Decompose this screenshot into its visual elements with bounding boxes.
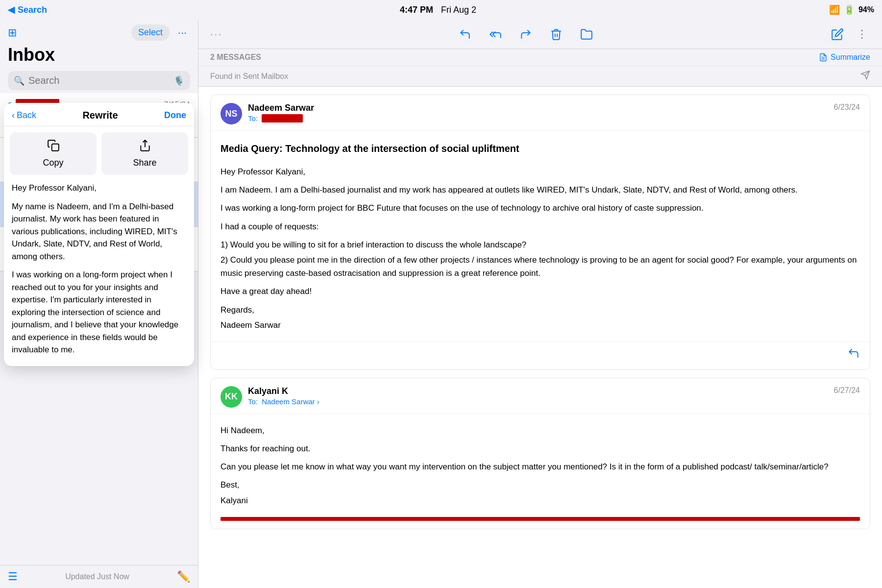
- send-icon: [860, 70, 870, 82]
- svg-point-3: [861, 33, 862, 35]
- avatar-kk: KK: [220, 386, 242, 408]
- copy-icon: [47, 139, 60, 155]
- email-card-1-header: NS Nadeem Sarwar 6/23/24 To:: [211, 95, 870, 131]
- share-icon: [139, 139, 151, 155]
- overflow-button[interactable]: [854, 26, 870, 43]
- email-body-2: Hi Nadeem, Thanks for reaching out. Can …: [211, 414, 870, 517]
- inbox-title: Inbox: [8, 45, 55, 65]
- battery-icon: 🔋: [844, 4, 855, 15]
- copy-button[interactable]: Copy: [10, 132, 97, 175]
- email-to-2: To: Nadeem Sarwar ›: [248, 397, 860, 406]
- email-body-1: Media Query: Technology at the intersect…: [211, 131, 870, 342]
- back-arrow-icon[interactable]: ◀: [8, 4, 15, 15]
- found-mailbox-bar: Found in Sent Mailbox: [198, 66, 882, 87]
- toolbar-left: ···: [210, 28, 223, 40]
- status-date: Fri Aug 2: [441, 5, 476, 15]
- share-button[interactable]: Share: [101, 132, 188, 175]
- battery-percent: 94%: [858, 5, 874, 14]
- found-mailbox-label: Found in Sent Mailbox: [210, 72, 288, 81]
- sidebar-toggle-icon[interactable]: ⊞: [8, 26, 17, 39]
- email-detail-panel: ···: [198, 20, 882, 588]
- forward-button[interactable]: [517, 26, 534, 43]
- inbox-title-row: Inbox: [0, 45, 198, 68]
- svg-rect-0: [51, 144, 58, 151]
- rewrite-actions: Copy Share: [4, 126, 194, 175]
- to-name-2[interactable]: Nadeem Sarwar: [262, 397, 315, 406]
- email-date-2: 6/27/24: [834, 386, 860, 395]
- summarize-button[interactable]: Summarize: [819, 53, 870, 62]
- status-search-label[interactable]: Search: [18, 5, 47, 15]
- search-bar[interactable]: 🔍 🎙️: [8, 71, 190, 90]
- messages-count: 2 MESSAGES: [210, 53, 261, 62]
- email-toolbar: ···: [198, 20, 882, 49]
- avatar-ns: NS: [220, 103, 242, 124]
- compose-button[interactable]: [829, 26, 846, 43]
- rewrite-title: Rewrite: [82, 110, 118, 121]
- wifi-icon: 📶: [829, 4, 840, 15]
- dots-menu-icon: ···: [210, 28, 223, 40]
- chevron-left-icon: ‹: [12, 110, 15, 121]
- email-card-2: KK Kalyani K 6/27/24 To: Nadeem Sarwar ›: [210, 378, 870, 529]
- rewrite-header: ‹ Back Rewrite Done: [4, 103, 194, 126]
- inbox-panel: ⊞ Select ··· Inbox 🔍 🎙️ HH: [0, 20, 198, 588]
- summarize-label: Summarize: [831, 53, 870, 62]
- redacted-bar: [220, 517, 860, 521]
- sender-name-2: Kalyani K: [248, 386, 288, 396]
- email-thread: NS Nadeem Sarwar 6/23/24 To: Media Quer: [198, 87, 882, 588]
- status-left: ◀ Search: [8, 4, 47, 15]
- reply-button[interactable]: [457, 26, 473, 43]
- svg-point-2: [861, 29, 862, 31]
- toolbar-right: [829, 26, 870, 43]
- email-subject-1: Media Query: Technology at the intersect…: [220, 141, 860, 156]
- inbox-header: ⊞ Select ···: [0, 20, 198, 45]
- email-meta-1: Nadeem Sarwar 6/23/24 To:: [248, 103, 860, 122]
- more-button[interactable]: ···: [174, 25, 190, 41]
- email-reply-area: [211, 342, 870, 369]
- trash-button[interactable]: [548, 26, 564, 43]
- mic-icon[interactable]: 🎙️: [173, 75, 184, 86]
- rewrite-popup: ‹ Back Rewrite Done Copy: [4, 103, 194, 366]
- folder-button[interactable]: [578, 26, 595, 43]
- reply-all-button[interactable]: [487, 26, 504, 43]
- reply-icon[interactable]: [847, 347, 860, 363]
- email-to-1: To:: [248, 114, 860, 122]
- status-bar: ◀ Search 4:47 PM Fri Aug 2 📶 🔋 94%: [0, 0, 882, 20]
- status-time: 4:47 PM: [400, 5, 433, 15]
- to-redacted: [262, 114, 303, 122]
- rewrite-content: Hey Professor Kalyani, My name is Nadeem…: [4, 175, 194, 356]
- sender-name-1: Nadeem Sarwar: [248, 103, 314, 113]
- status-right: 📶 🔋 94%: [829, 4, 874, 15]
- chevron-right-icon: ›: [317, 398, 319, 406]
- email-date-1: 6/23/24: [834, 103, 860, 112]
- compose-icon[interactable]: ✏️: [177, 570, 190, 583]
- select-button[interactable]: Select: [131, 24, 170, 41]
- email-meta-2: Kalyani K 6/27/24 To: Nadeem Sarwar ›: [248, 386, 860, 406]
- toolbar-center: [457, 26, 595, 43]
- updated-text: Updated Just Now: [65, 572, 129, 581]
- email-card-1: NS Nadeem Sarwar 6/23/24 To: Media Quer: [210, 95, 870, 370]
- email-card-2-header: KK Kalyani K 6/27/24 To: Nadeem Sarwar ›: [211, 378, 870, 414]
- search-input[interactable]: [28, 75, 170, 86]
- inbox-footer: ☰ Updated Just Now ✏️: [0, 565, 198, 588]
- bottom-redacted-section: [211, 517, 870, 529]
- rewrite-back-button[interactable]: ‹ Back: [12, 110, 36, 121]
- search-icon: 🔍: [14, 75, 24, 86]
- rewrite-done-button[interactable]: Done: [164, 110, 186, 121]
- status-center: 4:47 PM Fri Aug 2: [400, 5, 476, 15]
- filter-icon[interactable]: ☰: [8, 570, 18, 583]
- svg-point-4: [861, 37, 862, 38]
